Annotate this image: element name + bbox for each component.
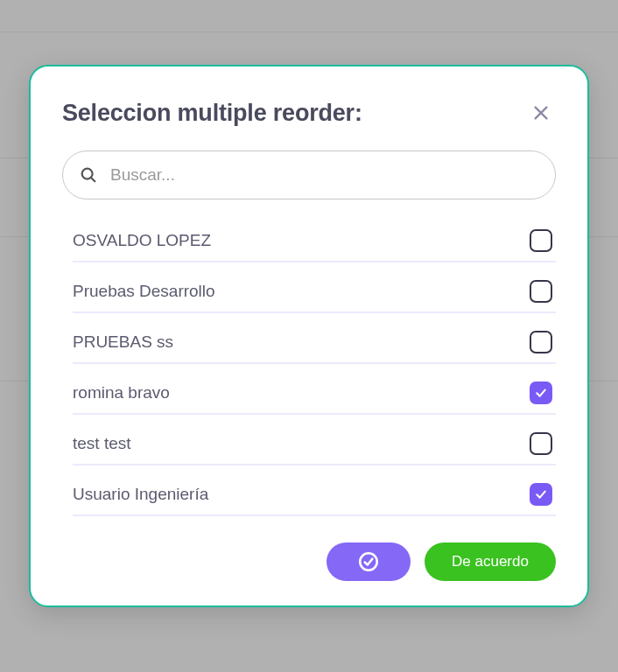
svg-line-3 <box>91 178 95 181</box>
dialog-title: Seleccion multiple reorder: <box>62 100 362 127</box>
apply-selection-button[interactable] <box>327 542 411 581</box>
checkbox[interactable] <box>530 280 552 303</box>
list-item-label: romina bravo <box>73 383 170 402</box>
checkbox[interactable] <box>530 483 552 506</box>
search-input[interactable] <box>110 165 539 185</box>
check-icon <box>534 487 548 501</box>
modal-overlay: Seleccion multiple reorder: OSVALDO LOPE… <box>0 0 618 672</box>
list-item[interactable]: Pruebas Desarrollo <box>73 268 556 313</box>
list-item-label: OSVALDO LOPEZ <box>73 231 211 250</box>
search-field[interactable] <box>62 150 556 200</box>
list-item-label: Pruebas Desarrollo <box>73 282 215 301</box>
check-icon <box>534 386 548 400</box>
list-item[interactable]: test test <box>73 420 556 466</box>
list-item[interactable]: PRUEBAS ss <box>73 318 556 364</box>
checkbox[interactable] <box>530 331 552 354</box>
list-item-label: Usuario Ingeniería <box>73 485 208 504</box>
svg-point-4 <box>360 553 377 570</box>
close-icon <box>531 103 551 122</box>
checkbox[interactable] <box>530 229 552 252</box>
dialog-header: Seleccion multiple reorder: <box>62 98 556 128</box>
close-button[interactable] <box>526 98 556 128</box>
list-item-label: PRUEBAS ss <box>73 332 173 352</box>
item-list: OSVALDO LOPEZPruebas DesarrolloPRUEBAS s… <box>62 217 556 516</box>
reorder-dialog: Seleccion multiple reorder: OSVALDO LOPE… <box>29 65 589 607</box>
list-item[interactable]: Usuario Ingeniería <box>73 471 556 516</box>
search-icon <box>79 165 98 185</box>
list-item-label: test test <box>73 434 131 453</box>
checkbox[interactable] <box>530 432 552 455</box>
list-item[interactable]: romina bravo <box>73 369 556 415</box>
list-item[interactable]: OSVALDO LOPEZ <box>73 217 556 262</box>
checkbox[interactable] <box>530 382 552 404</box>
check-circle-icon <box>357 550 380 573</box>
ok-button[interactable]: De acuerdo <box>425 542 556 581</box>
dialog-footer: De acuerdo <box>62 542 556 581</box>
